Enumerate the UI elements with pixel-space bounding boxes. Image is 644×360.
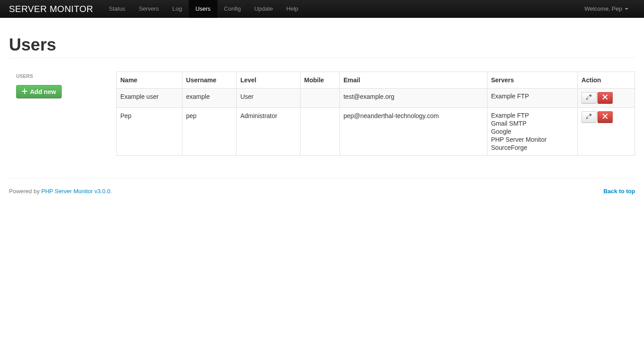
cell-email: pep@neanderthal-technology.com	[339, 108, 487, 156]
x-icon	[602, 113, 608, 122]
plus-icon	[22, 87, 27, 96]
cell-servers: Example FTPGmail SMTPGooglePHP Server Mo…	[487, 108, 577, 156]
nav-link-servers[interactable]: Servers	[132, 0, 165, 18]
col-name: Name	[117, 72, 182, 89]
col-username: Username	[182, 72, 237, 89]
cell-level: User	[237, 89, 301, 108]
cell-level: Administrator	[237, 108, 301, 156]
pencil-icon	[586, 93, 592, 102]
nav-link-status[interactable]: Status	[102, 0, 132, 18]
user-dropdown[interactable]: Welcome, Pep	[578, 0, 635, 18]
sidebar: USERS Add new	[9, 72, 107, 156]
cell-name: Example user	[117, 89, 182, 108]
col-level: Level	[237, 72, 301, 89]
table-header-row: Name Username Level Mobile Email Servers…	[117, 72, 635, 89]
caret-down-icon	[625, 8, 628, 10]
user-dropdown-label: Welcome, Pep	[585, 4, 622, 13]
nav-item-help: Help	[280, 0, 305, 18]
table-row: Example userexampleUsertest@example.orgE…	[117, 89, 635, 108]
page-header: Users	[9, 36, 635, 58]
edit-button[interactable]	[581, 111, 597, 123]
nav-item-log: Log	[165, 0, 189, 18]
server-entry: Gmail SMTP	[491, 119, 574, 127]
cell-servers: Example FTP	[487, 89, 577, 108]
nav-item-config: Config	[217, 0, 248, 18]
server-entry: Google	[491, 127, 574, 136]
server-entry: SourceForge	[491, 144, 574, 152]
nav-item-status: Status	[102, 0, 132, 18]
nav-user-menu: Welcome, Pep	[578, 0, 635, 18]
nav-item-users: Users	[189, 0, 217, 18]
top-navbar: SERVER MONITOR StatusServersLogUsersConf…	[0, 0, 644, 18]
table-row: PeppepAdministratorpep@neanderthal-techn…	[117, 108, 635, 156]
nav-link-log[interactable]: Log	[165, 0, 189, 18]
powered-by-link[interactable]: PHP Server Monitor v3.0.0	[41, 188, 110, 195]
nav-link-config[interactable]: Config	[217, 0, 248, 18]
nav-item-servers: Servers	[132, 0, 165, 18]
delete-button[interactable]	[597, 92, 613, 104]
page-title: Users	[9, 36, 635, 54]
nav-link-help[interactable]: Help	[280, 0, 305, 18]
powered-by-label: Powered by	[9, 188, 41, 195]
server-entry: PHP Server Monitor	[491, 136, 574, 144]
server-entry: Example FTP	[491, 92, 574, 100]
cell-username: example	[182, 89, 237, 108]
cell-mobile	[301, 89, 340, 108]
footer-credits: Powered by PHP Server Monitor v3.0.0.	[9, 187, 112, 196]
pencil-icon	[586, 113, 592, 122]
delete-button[interactable]	[597, 111, 613, 123]
cell-mobile	[301, 108, 340, 156]
main-content: Name Username Level Mobile Email Servers…	[116, 72, 635, 156]
add-new-button[interactable]: Add new	[16, 85, 62, 98]
add-new-label: Add new	[30, 87, 56, 96]
col-servers: Servers	[487, 72, 577, 89]
cell-username: pep	[182, 108, 237, 156]
x-icon	[602, 93, 608, 102]
col-mobile: Mobile	[301, 72, 340, 89]
sidebar-heading: USERS	[16, 72, 107, 80]
col-email: Email	[339, 72, 487, 89]
edit-button[interactable]	[581, 92, 597, 104]
nav-menu: StatusServersLogUsersConfigUpdateHelp	[102, 0, 578, 18]
nav-link-users[interactable]: Users	[189, 0, 217, 18]
cell-name: Pep	[117, 108, 182, 156]
nav-link-update[interactable]: Update	[247, 0, 280, 18]
cell-action	[578, 108, 635, 156]
users-table: Name Username Level Mobile Email Servers…	[116, 72, 635, 156]
cell-action	[578, 89, 635, 108]
cell-email: test@example.org	[339, 89, 487, 108]
server-entry: Example FTP	[491, 111, 574, 119]
brand-logo[interactable]: SERVER MONITOR	[9, 4, 102, 13]
col-action: Action	[578, 72, 635, 89]
nav-item-update: Update	[247, 0, 280, 18]
back-to-top-link[interactable]: Back to top	[603, 188, 635, 195]
footer: Powered by PHP Server Monitor v3.0.0. Ba…	[9, 178, 635, 196]
